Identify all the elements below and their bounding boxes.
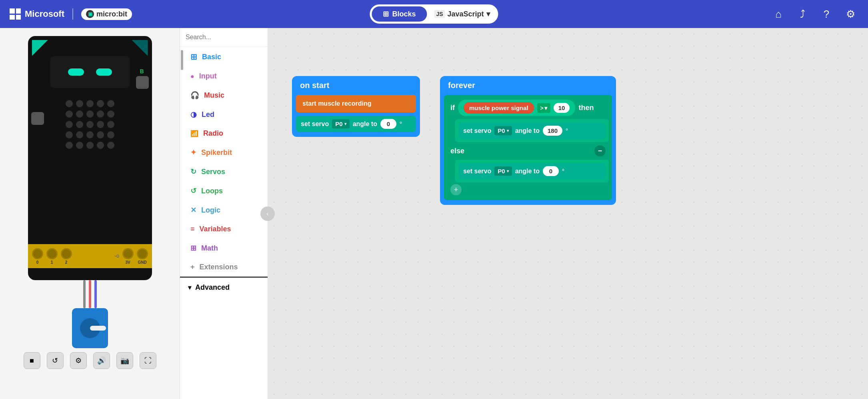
angle-to-label-else: angle to	[515, 168, 540, 175]
header: Microsoft ▣ micro:bit ⊞ Blocks JS JavaSc…	[0, 0, 868, 28]
blocks-icon: ⊞	[383, 10, 389, 18]
plus-button[interactable]: +	[450, 184, 462, 195]
set-servo-label: set servo	[301, 120, 329, 128]
advanced-label: Advanced	[195, 283, 230, 292]
on-start-block[interactable]: on start start muscle recording set serv…	[292, 76, 420, 137]
button-a[interactable]	[31, 112, 44, 125]
servo-arm	[90, 326, 106, 331]
search-input[interactable]	[186, 34, 266, 41]
display-area	[36, 56, 144, 153]
sidebar-item-input[interactable]: ● Input	[180, 67, 268, 86]
forever-block[interactable]: forever if muscle power signal	[440, 76, 616, 205]
canvas-area[interactable]: on start start muscle recording set serv…	[268, 28, 868, 399]
pin-hole-gnd[interactable]	[137, 248, 148, 259]
sidebar-item-spikerbit[interactable]: ✦ Spikerbit	[180, 143, 268, 162]
minus-button[interactable]: −	[594, 145, 606, 156]
extensions-icon: +	[190, 263, 195, 271]
sidebar-collapse-button[interactable]: ‹	[260, 207, 275, 221]
else-label: else	[450, 147, 464, 155]
pin-dropdown-start[interactable]: P0 ▾	[332, 119, 349, 128]
servo-device	[72, 308, 108, 348]
angle-unit-then: °	[566, 127, 568, 134]
spikerbit-icon: ✦	[190, 148, 196, 157]
input-icon: ●	[190, 73, 194, 80]
set-servo-label-else: set servo	[463, 168, 491, 175]
search-box: 🔍	[180, 28, 268, 47]
refresh-button[interactable]: ↺	[47, 352, 64, 369]
muscle-signal-block[interactable]: muscle power signal	[464, 102, 534, 114]
math-icon: ⊞	[190, 244, 196, 253]
microbit-board: B A	[28, 36, 152, 280]
pin-1: 1	[46, 248, 58, 265]
angle-unit-start: °	[400, 120, 402, 127]
stop-button[interactable]: ■	[24, 352, 40, 369]
javascript-mode-button[interactable]: JS JavaScript ▾	[428, 6, 496, 22]
sidebar-item-radio[interactable]: 📶 Radio	[180, 124, 268, 143]
pin-2: 2	[61, 248, 72, 265]
board-notch-left	[32, 40, 48, 56]
blocks-mode-button[interactable]: ⊞ Blocks	[372, 6, 427, 22]
wires-area	[83, 280, 97, 308]
sidebar-item-extensions[interactable]: + Extensions	[180, 258, 268, 277]
advanced-arrow: ▾	[188, 284, 191, 291]
sidebar-item-basic[interactable]: ⊞ Basic	[180, 47, 268, 67]
sidebar-item-logic[interactable]: ✕ Logic	[180, 201, 268, 220]
threshold-value[interactable]: 10	[554, 103, 570, 113]
start-recording-block[interactable]: start muscle recording	[296, 95, 416, 112]
music-label: Music	[204, 91, 224, 100]
sidebar-item-servos[interactable]: ↻ Servos	[180, 162, 268, 181]
basic-icon: ⊞	[190, 52, 197, 62]
sidebar-item-variables[interactable]: ≡ Variables	[180, 220, 268, 239]
sidebar-scroll: ⊞ Basic ● Input 🎧 Music ◑ Led 📶 Radio ✦	[180, 47, 268, 399]
advanced-section[interactable]: ▾ Advanced	[180, 277, 268, 297]
set-servo-block-start[interactable]: set servo P0 ▾ angle to 0 °	[296, 116, 416, 132]
else-row: else −	[447, 144, 609, 158]
on-start-body: start muscle recording set servo P0 ▾ an…	[292, 95, 420, 132]
pin-dropdown-else[interactable]: P0 ▾	[494, 166, 512, 176]
sidebar-item-led[interactable]: ◑ Led	[180, 105, 268, 124]
blocks-label: Blocks	[392, 10, 416, 18]
else-body: set servo P0 ▾ angle to 0 °	[455, 160, 609, 182]
if-row: if muscle power signal > ▾ 10	[447, 98, 609, 118]
share-button[interactable]: ⤴	[794, 6, 810, 22]
angle-value-else[interactable]: 0	[543, 166, 559, 176]
sound-button[interactable]: 🔊	[93, 352, 110, 369]
set-servo-block-else[interactable]: set servo P0 ▾ angle to 0 °	[458, 163, 606, 179]
home-button[interactable]: ⌂	[770, 6, 786, 22]
set-servo-label-then: set servo	[463, 127, 491, 134]
javascript-label: JavaScript	[448, 10, 484, 18]
debug-button[interactable]: ⚙	[70, 352, 87, 369]
led-icon: ◑	[190, 110, 197, 119]
on-start-hat: on start	[292, 76, 420, 95]
loops-icon: ↺	[190, 186, 196, 195]
microbit-face	[68, 68, 112, 76]
pin-hole-1[interactable]	[46, 248, 58, 259]
pin-hole-0[interactable]	[32, 248, 43, 259]
sidebar-item-music[interactable]: 🎧 Music	[180, 86, 268, 105]
dropdown-arrow: ▾	[486, 10, 490, 18]
settings-button[interactable]: ⚙	[842, 6, 858, 22]
scrollbar[interactable]	[181, 50, 183, 70]
pin-gnd: GND	[137, 248, 148, 265]
pin-dropdown-then[interactable]: P0 ▾	[494, 126, 512, 135]
screenshot-button[interactable]: 📷	[116, 352, 133, 369]
operator-dropdown[interactable]: > ▾	[537, 103, 550, 113]
pin-hole-3v[interactable]	[122, 248, 134, 259]
angle-value-then[interactable]: 180	[543, 126, 562, 136]
button-b[interactable]	[136, 76, 149, 89]
angle-value-start[interactable]: 0	[380, 119, 396, 129]
wire-blue	[94, 280, 97, 308]
pin-hole-2[interactable]	[61, 248, 72, 259]
wire-black	[83, 280, 86, 308]
logic-label: Logic	[201, 206, 220, 215]
help-button[interactable]: ?	[818, 6, 834, 22]
radio-icon: 📶	[190, 130, 198, 137]
sidebar-item-math[interactable]: ⊞ Math	[180, 239, 268, 258]
then-label: then	[578, 104, 594, 112]
set-servo-block-then[interactable]: set servo P0 ▾ angle to 180 °	[458, 122, 606, 139]
microbit-icon: ▣	[86, 10, 94, 18]
microbit-pill[interactable]: ▣ micro:bit	[81, 8, 132, 20]
operator-value: >	[540, 105, 544, 111]
fullscreen-button[interactable]: ⛶	[140, 352, 156, 369]
sidebar-item-loops[interactable]: ↺ Loops	[180, 181, 268, 201]
